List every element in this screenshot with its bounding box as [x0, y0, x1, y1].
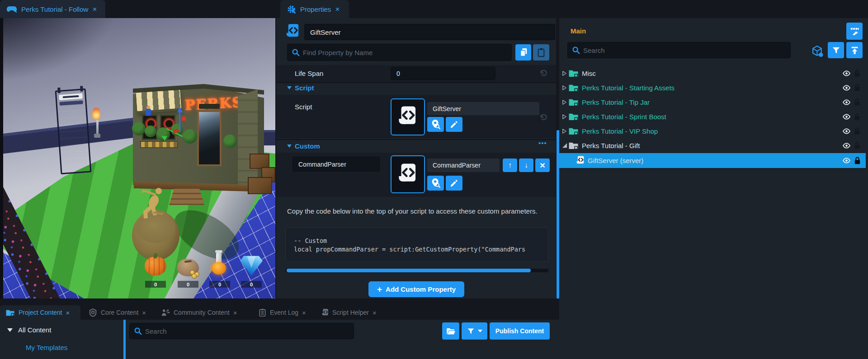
find-in-scene-button[interactable] — [427, 176, 444, 191]
hierarchy-row-vip-shop[interactable]: Perks Tutorial - VIP Shop — [559, 124, 868, 138]
custom-asset-name-field[interactable] — [427, 159, 500, 172]
potion-icon-cork — [215, 250, 222, 253]
lock-icon[interactable] — [854, 157, 861, 165]
hierarchy-row-tip-jar[interactable]: Perks Tutorial - Tip Jar — [559, 95, 868, 109]
tab-core-content[interactable]: Core Content × — [83, 305, 153, 320]
script-row-label: Script — [295, 103, 312, 111]
hierarchy-row-misc[interactable]: Misc — [559, 66, 868, 80]
coin-icon — [192, 274, 197, 279]
folder-icon — [568, 69, 579, 78]
life-span-input[interactable] — [391, 67, 495, 80]
hierarchy-row-gift[interactable]: Perks Tutorial - Gift — [559, 138, 868, 153]
tab-viewport[interactable]: Perks Tutorial - Follow × — [0, 0, 105, 18]
delete-param-button[interactable]: ✕ — [535, 159, 550, 172]
search-icon — [134, 327, 142, 335]
reset-icon[interactable] — [539, 69, 548, 77]
paste-properties-button[interactable] — [533, 44, 549, 61]
gizmo-plane-handle[interactable] — [182, 117, 186, 121]
find-property-input[interactable] — [287, 44, 512, 61]
chevron-right-icon[interactable] — [562, 99, 567, 105]
object-name-field[interactable] — [304, 24, 555, 40]
scene-character-body — [146, 109, 151, 116]
close-icon[interactable]: × — [142, 309, 146, 317]
core-editor-window: Perks Tutorial - Follow × Properties × H… — [0, 0, 868, 359]
move-down-button[interactable]: ↓ — [519, 159, 533, 172]
close-icon[interactable]: × — [302, 309, 306, 317]
scene-preview-button[interactable] — [846, 23, 863, 40]
gizmo-z-axis[interactable] — [179, 112, 180, 132]
scene-torch-flame — [92, 107, 100, 120]
content-search-input[interactable] — [129, 323, 354, 339]
hierarchy-row-sprint-boost[interactable]: Perks Tutorial - Sprint Boost — [559, 109, 868, 124]
tab-community-content[interactable]: Community Content × — [156, 305, 250, 320]
my-templates-link[interactable]: My Templates — [26, 344, 67, 351]
3d-viewport[interactable]: PERKS — [0, 18, 275, 298]
new-folder-button[interactable] — [442, 322, 459, 340]
script-asset-name-field[interactable] — [427, 102, 539, 115]
shop-door-sign — [199, 104, 220, 109]
chevron-right-icon[interactable] — [562, 70, 567, 76]
edit-custom-script-button[interactable] — [446, 176, 462, 191]
close-icon[interactable]: × — [233, 309, 237, 317]
add-custom-property-button[interactable]: + Add Custom Property — [368, 281, 464, 297]
all-content-toggle[interactable]: All Content — [7, 326, 51, 334]
code-snippet-block[interactable]: -- Custom local propCommandParser = scri… — [285, 227, 548, 262]
visibility-eye-icon[interactable] — [842, 158, 851, 163]
lock-icon[interactable] — [854, 98, 860, 106]
visibility-eye-icon[interactable] — [842, 85, 851, 91]
custom-param-name-input[interactable] — [292, 157, 380, 172]
pin-search-icon — [431, 178, 440, 188]
lock-icon[interactable] — [854, 142, 860, 149]
content-filter-button[interactable] — [462, 322, 487, 340]
visibility-eye-icon[interactable] — [842, 99, 851, 105]
find-in-scene-button[interactable] — [427, 117, 444, 132]
custom-section-caret[interactable] — [287, 145, 292, 148]
horizontal-scrollbar[interactable] — [285, 269, 548, 272]
hierarchy-row-giftserver-selected[interactable]: GiftServer (server) — [559, 153, 866, 168]
tab-project-content[interactable]: Project Content × — [0, 305, 80, 320]
custom-section-menu[interactable]: ••• — [538, 139, 547, 147]
lock-icon[interactable] — [854, 84, 860, 92]
bush — [145, 126, 156, 137]
close-icon[interactable]: × — [335, 5, 340, 13]
hierarchy-search-input[interactable] — [567, 42, 791, 58]
hierarchy-filter-button[interactable] — [828, 42, 844, 58]
tab-properties[interactable]: Properties × — [280, 0, 349, 18]
custom-asset-thumbnail[interactable] — [391, 155, 425, 193]
edit-script-button[interactable] — [446, 117, 462, 132]
visibility-eye-icon[interactable] — [842, 143, 851, 149]
tab-event-log[interactable]: Event Log × — [253, 305, 314, 320]
chevron-right-icon[interactable] — [562, 128, 567, 134]
chevron-right-icon[interactable] — [562, 85, 567, 91]
chevron-expanded-icon[interactable] — [562, 143, 568, 149]
scrollbar-thumb[interactable] — [287, 269, 531, 272]
copy-properties-button[interactable] — [515, 44, 531, 61]
custom-copy-hint: Copy the code below into the top of your… — [287, 207, 547, 216]
close-icon[interactable]: × — [92, 5, 97, 13]
reset-icon[interactable] — [539, 113, 548, 121]
lock-icon[interactable] — [854, 113, 860, 121]
scene-name-label[interactable]: Main — [571, 27, 586, 35]
divider — [276, 82, 557, 83]
script-section-caret[interactable] — [287, 86, 292, 89]
visibility-eye-icon[interactable] — [842, 70, 851, 76]
lock-icon[interactable] — [854, 127, 860, 135]
script-asset-thumbnail[interactable] — [391, 98, 425, 135]
tab-script-helper[interactable]: Script Helper × — [316, 305, 387, 320]
code-line: -- Custom — [294, 237, 327, 244]
visibility-eye-icon[interactable] — [842, 128, 851, 134]
visibility-eye-icon[interactable] — [842, 114, 851, 120]
close-icon[interactable]: × — [373, 309, 377, 317]
publish-content-button[interactable]: Publish Content — [490, 322, 550, 340]
script-icon — [398, 162, 417, 186]
move-up-button[interactable]: ↑ — [503, 159, 517, 172]
panel-splitter[interactable] — [123, 320, 126, 359]
content-browser-panel: Project Content × Core Content × Communi… — [0, 298, 559, 359]
pin-search-icon — [431, 119, 440, 130]
collapse-all-button[interactable] — [846, 42, 863, 58]
hierarchy-row-starting-assets[interactable]: Perks Tutorial - Starting Assets — [559, 80, 868, 95]
close-icon[interactable]: × — [66, 309, 70, 317]
gizmo-z-arrowhead[interactable] — [177, 107, 183, 112]
chevron-right-icon[interactable] — [562, 114, 567, 120]
lock-icon[interactable] — [854, 70, 860, 77]
